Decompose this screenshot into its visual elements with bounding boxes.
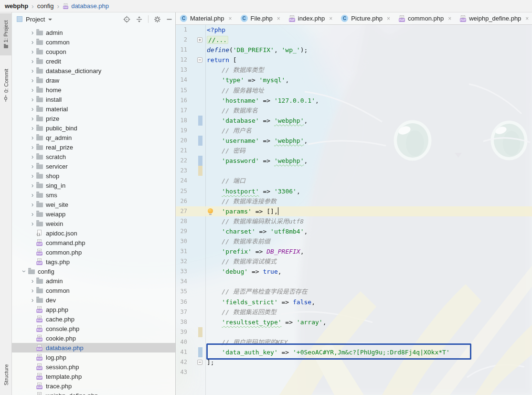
tree-item-config[interactable]: ›config [12,267,175,276]
chevron-right-icon[interactable]: › [29,28,36,37]
close-tab-icon[interactable]: × [525,15,529,22]
breadcrumb-file[interactable]: database.php [71,2,109,10]
fold-toggle-icon[interactable]: − [197,57,202,63]
chevron-right-icon[interactable]: › [29,95,36,104]
chevron-right-icon[interactable]: › [29,66,36,75]
close-tab-icon[interactable]: × [387,15,390,22]
tree-item-command.php[interactable]: PHPcommand.php [12,238,175,247]
code-line-20[interactable]: 20 'username' => 'webphp', [176,136,532,146]
code-line-35[interactable]: 35 // 是否严格检查字段是否存在 [176,287,532,297]
chevron-right-icon[interactable]: › [29,181,36,190]
chevron-right-icon[interactable]: › [29,286,36,295]
code-line-29[interactable]: 29 'charset' => 'utf8mb4', [176,226,532,236]
tree-item-credit[interactable]: ›credit [12,56,175,66]
tree-item-cache.php[interactable]: PHPcache.php [12,314,175,324]
code-line-34[interactable]: 34 [176,277,532,287]
breadcrumb-project[interactable]: webphp [5,2,28,10]
chevron-right-icon[interactable]: › [29,37,36,47]
tree-item-common.php[interactable]: PHPcommon.php [12,247,175,257]
fold-toggle-icon[interactable]: − [197,360,202,365]
chevron-right-icon[interactable]: › [29,123,36,133]
code-line-24[interactable]: 24 // 端口 [176,176,532,186]
code-line-28[interactable]: 28 // 数据库编码默认采用utf8 [176,216,532,226]
code-line-30[interactable]: 30 // 数据库表前缀 [176,236,532,246]
tree-item-scratch[interactable]: ›scratch [12,152,175,161]
code-line-39[interactable]: 39 [176,327,532,337]
code-line-32[interactable]: 32 // 数据库调试模式 [176,256,532,267]
tree-item-sms[interactable]: ›sms [12,190,175,200]
chevron-down-icon[interactable] [48,19,52,21]
tree-item-weiapp[interactable]: ›weiapp [12,209,175,219]
chevron-right-icon[interactable]: › [29,276,36,286]
close-tab-icon[interactable]: × [329,15,332,22]
close-tab-icon[interactable]: × [448,15,451,22]
chevron-right-icon[interactable]: › [29,56,36,66]
close-tab-icon[interactable]: × [229,15,232,22]
chevron-right-icon[interactable]: › [29,104,36,114]
tree-item-draw[interactable]: ›draw [12,75,175,85]
tool-button-structure[interactable]: Structure [0,358,12,392]
tree-item-shop[interactable]: ›shop [12,171,175,181]
code-line-12[interactable]: 12−return [ [176,55,532,65]
code-line-17[interactable]: 17 // 数据库名 [176,106,532,116]
tree-item-admin[interactable]: ›admin [12,28,175,37]
tree-item-template.php[interactable]: PHPtemplate.php [12,372,175,381]
tree-item-apidoc.json[interactable]: {}apidoc.json [12,228,175,238]
chevron-right-icon[interactable]: › [29,171,36,181]
tree-item-home[interactable]: ›home [12,85,175,95]
code-line-36[interactable]: 36 'fields_strict' => false, [176,297,532,307]
code-line-31[interactable]: 31 'prefix' => DB_PREFIX, [176,246,532,256]
chevron-right-icon[interactable]: › [29,200,36,209]
tree-item-servicer[interactable]: ›servicer [12,161,175,171]
code-line-15[interactable]: 15 // 服务器地址 [176,85,532,96]
tree-item-admin[interactable]: ›admin [12,276,175,286]
code-editor[interactable]: 1<?php2+//...11define('DB_PREFIX', 'wp_'… [176,25,532,395]
chevron-right-icon[interactable]: › [29,47,36,56]
chevron-right-icon[interactable]: › [29,295,36,305]
tab-Material.php[interactable]: CMaterial.php× [176,12,236,24]
tree-item-common[interactable]: ›common [12,286,175,295]
tool-button-commit[interactable]: 0: Commit [0,60,12,110]
tree-item-install[interactable]: ›install [12,95,175,104]
chevron-right-icon[interactable]: › [29,75,36,85]
intention-bulb-icon[interactable] [208,208,213,214]
chevron-right-icon[interactable]: › [29,114,36,123]
code-line-27[interactable]: 27 'params' => [], [176,206,532,216]
chevron-right-icon[interactable]: › [29,190,36,200]
tree-item-dev[interactable]: ›dev [12,295,175,305]
gear-icon[interactable] [154,16,161,23]
tree-item-material[interactable]: ›material [12,104,175,114]
tree-item-qr_admin[interactable]: ›qr_admin [12,133,175,142]
tab-weiphp_define.php[interactable]: PHPweiphp_define.php× [456,12,532,24]
fold-toggle-icon[interactable]: + [197,37,202,43]
code-line-37[interactable]: 37 // 数据集返回类型 [176,307,532,317]
tree-item-prize[interactable]: ›prize [12,114,175,123]
code-line-26[interactable]: 26 // 数据库连接参数 [176,196,532,206]
tree-item-coupon[interactable]: ›coupon [12,47,175,56]
code-line-1[interactable]: 1<?php [176,25,532,35]
code-line-25[interactable]: 25 'hostport' => '3306', [176,186,532,196]
tree-item-common[interactable]: ›common [12,37,175,47]
tree-item-weixin[interactable]: ›weixin [12,219,175,228]
tree-item-session.php[interactable]: PHPsession.php [12,362,175,372]
code-line-18[interactable]: 18 'database' => 'webphp', [176,116,532,126]
tree-item-console.php[interactable]: PHPconsole.php [12,324,175,333]
chevron-right-icon[interactable]: › [29,219,36,228]
tree-item-weiphp_define.php[interactable]: PHPweiphp_define.php [12,391,175,395]
tree-item-sing_in[interactable]: ›sing_in [12,181,175,190]
tree-item-public_bind[interactable]: ›public_bind [12,123,175,133]
breadcrumb-folder[interactable]: config [37,2,54,10]
tool-button-project[interactable]: 1: Project [0,13,12,55]
code-line-21[interactable]: 21 // 密码 [176,146,532,156]
code-line-22[interactable]: 22 'password' => 'webphp', [176,156,532,166]
chevron-right-icon[interactable]: › [29,133,36,142]
tree-item-database.php[interactable]: PHPdatabase.php [12,343,175,352]
tree-item-trace.php[interactable]: PHPtrace.php [12,381,175,391]
code-line-33[interactable]: 33 'debug' => true, [176,267,532,277]
chevron-right-icon[interactable]: › [29,152,36,161]
chevron-down-icon[interactable]: › [21,267,28,276]
tab-File.php[interactable]: CFile.php× [236,12,285,24]
tree-item-cookie.php[interactable]: PHPcookie.php [12,333,175,343]
chevron-right-icon[interactable]: › [29,85,36,95]
code-line-11[interactable]: 11define('DB_PREFIX', 'wp_'); [176,45,532,55]
